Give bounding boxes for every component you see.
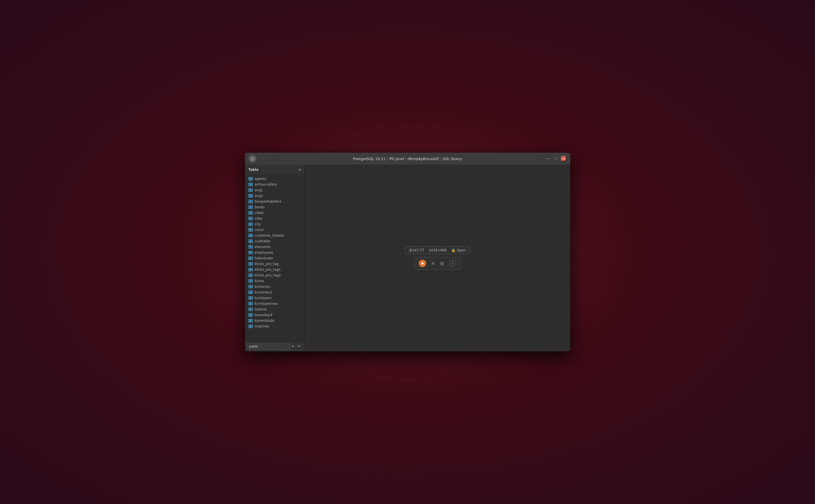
table-item-label: airline-safety [255,182,277,186]
table-grid-icon [248,302,253,305]
table-item-label: elements [255,245,271,249]
table-item-label: citta [255,217,262,221]
table-item[interactable]: kurstypenneu [245,301,304,306]
lock-icon: 🔒 [451,248,456,252]
power-button[interactable]: ⏻ [248,155,256,163]
add-schema-button[interactable]: + [296,343,302,350]
table-item[interactable]: klicks_pro_tag2 [245,272,304,278]
table-item[interactable]: books [245,204,304,210]
table-grid-icon [248,251,253,254]
tooltip-size: 1435×888 [429,248,447,252]
table-item[interactable]: avg2 [245,193,304,199]
table-item[interactable]: matches [245,324,304,329]
table-grid-icon [248,234,253,237]
table-item[interactable]: kurseneu [245,284,304,289]
table-item-label: kurstypen [255,296,272,300]
table-item[interactable]: losverkauf [245,312,304,318]
table-item[interactable]: kurseneu1 [245,289,304,295]
table-grid-icon [248,217,253,220]
table-grid-icon [248,319,253,322]
svg-point-0 [422,262,424,264]
table-item[interactable]: employees [245,250,304,255]
table-item-label: klicks_pro_tag1 [255,268,281,272]
table-item-label: corso [255,228,264,232]
sidebar-header: Table ▼ [245,165,304,175]
table-item[interactable]: losverkäufe [245,318,304,324]
table-item[interactable]: agents [245,176,304,182]
main-window: ⏻ PostgreSQL 10.11 : PG prod : dbmq4p6ts… [245,153,570,351]
minimize-button[interactable]: ─ [545,156,551,162]
table-item[interactable]: lezione [245,306,304,312]
tooltip-actions-bar: ✕ ⊞ ? [414,257,461,270]
table-item-label: employees [255,251,273,255]
table-item-label: avg1 [255,188,263,192]
table-item-label: custtable [255,239,271,243]
table-grid-icon [248,296,253,300]
close-button[interactable]: ✕ [561,156,567,162]
main-area: @147,77 1435×888 🔒 Open ✕ ⊞ ? [305,165,570,351]
tooltip-info-bar: @147,77 1435×888 🔒 Open [404,246,470,254]
action-help-button[interactable]: ? [449,260,456,267]
table-grid-icon [248,268,253,271]
table-item[interactable]: customer_intents [245,233,304,238]
table-grid-icon [248,222,253,226]
table-item[interactable]: kurstypen [245,295,304,301]
table-grid-icon [248,194,253,198]
table-item[interactable]: halavorato [245,255,304,261]
table-item-label: agents [255,177,266,181]
table-item-label: losverkauf [255,313,272,317]
action-close-icon[interactable]: ✕ [432,261,435,266]
table-item-label: klicks_pro_tag2 [255,273,281,277]
record-button[interactable] [419,260,426,267]
table-item[interactable]: beispieltabelle1 [245,199,304,204]
table-grid-icon [248,308,253,311]
table-item-label: kurse [255,279,264,283]
table-grid-icon [248,183,253,186]
window-title: PostgreSQL 10.11 : PG prod : dbmq4p6tsce… [353,157,462,161]
table-item[interactable]: citta [245,216,304,221]
action-settings-icon[interactable]: ⊞ [440,261,444,266]
schema-select[interactable]: public [247,343,290,350]
table-item-label: beispieltabelle1 [255,199,282,203]
table-grid-icon [248,205,253,209]
titlebar: ⏻ PostgreSQL 10.11 : PG prod : dbmq4p6ts… [245,153,570,165]
table-grid-icon [248,257,253,260]
table-grid-icon [248,262,253,266]
table-item-label: avg2 [255,194,263,198]
table-grid-icon [248,228,253,232]
table-grid-icon [248,200,253,203]
table-item[interactable]: klicks_pro_tag [245,261,304,267]
open-label: Open [457,248,466,252]
table-item[interactable]: cities [245,210,304,216]
table-grid-icon [248,188,253,192]
table-item-label: kurseneu [255,285,270,289]
sidebar-arrow-icon: ▼ [299,168,301,171]
table-item[interactable]: kurse [245,278,304,284]
table-grid-icon [248,285,253,288]
table-item-label: books [255,205,265,209]
maximize-button[interactable]: □ [553,156,559,162]
table-grid-icon [248,325,253,328]
table-item[interactable]: elements [245,244,304,250]
table-item-label: customer_intents [255,234,284,238]
table-list[interactable]: agentsairline-safetyavg1avg2beispieltabe… [245,175,304,341]
table-item[interactable]: avg1 [245,187,304,193]
sidebar-footer: public ▼ + [245,341,304,351]
window-controls: ─ □ ✕ [545,156,567,162]
table-item[interactable]: klicks_pro_tag1 [245,267,304,272]
table-item-label: cities [255,211,264,215]
tooltip-open-link[interactable]: 🔒 Open [451,248,466,252]
table-item[interactable]: corso [245,227,304,233]
table-item-label: kurseneu1 [255,290,273,294]
table-item[interactable]: custtable [245,238,304,244]
table-grid-icon [248,313,253,317]
table-item-label: city [255,222,261,226]
table-item-label: halavorato [255,256,273,260]
table-grid-icon [248,211,253,215]
table-grid-icon [248,240,253,243]
sidebar: Table ▼ agentsairline-safetyavg1avg2beis… [245,165,305,351]
table-item[interactable]: airline-safety [245,182,304,187]
table-item-label: kurstypenneu [255,302,278,306]
table-grid-icon [248,291,253,294]
table-item[interactable]: city [245,221,304,227]
